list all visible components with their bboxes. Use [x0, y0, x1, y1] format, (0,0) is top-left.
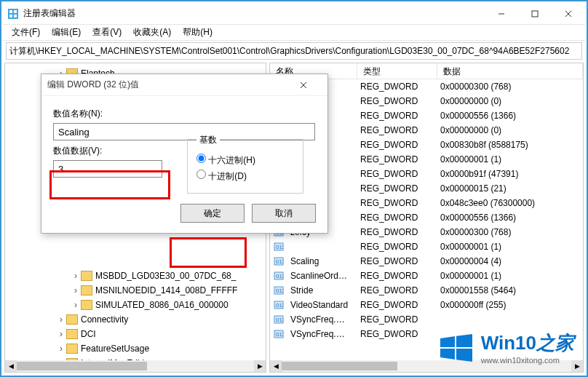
cell-type: REG_DWORD: [354, 96, 434, 106]
tree-item[interactable]: ›SIMULATED_8086_0A16_000000: [56, 298, 266, 312]
watermark: Win10之家 www.win10xitong.com: [439, 330, 574, 365]
table-row[interactable]: 011VSyncFreq.Den...REG_DWORD: [270, 312, 583, 327]
menu-favorites[interactable]: 收藏夹(A): [127, 26, 177, 39]
tree-twisty[interactable]: ›: [56, 314, 66, 325]
folder-icon: [81, 285, 92, 295]
cell-data: 0x00000001 (1): [434, 154, 583, 164]
dialog-close-button[interactable]: [300, 82, 322, 89]
tree-twisty[interactable]: ›: [71, 285, 81, 295]
tree-item[interactable]: ›Connectivity: [56, 312, 266, 327]
cell-data: 0x00000015 (21): [434, 183, 583, 194]
cell-data: 0x000000ff (255): [434, 300, 583, 310]
cell-type: REG_DWORD: [354, 111, 434, 121]
value-name-field[interactable]: [53, 123, 315, 140]
svg-marker-47: [440, 336, 455, 347]
tree-twisty[interactable]: ›: [56, 329, 66, 339]
table-row[interactable]: 011REG_DWORD0x00000001 (1): [270, 239, 583, 254]
folder-icon: [81, 300, 92, 310]
tree-item[interactable]: ›DCI: [56, 327, 266, 341]
svg-text:011: 011: [276, 302, 284, 309]
cell-data: 0x00000001 (1): [434, 271, 583, 281]
cell-data: 0x00000556 (1366): [434, 213, 583, 223]
cell-name: ScanlineOrderi...: [285, 271, 354, 281]
cell-type: REG_DWORD: [354, 227, 434, 237]
menu-edit[interactable]: 编辑(E): [46, 26, 87, 39]
cell-type: REG_DWORD: [354, 329, 434, 339]
cell-type: REG_DWORD: [354, 242, 434, 252]
cell-data: 0x00000004 (4): [434, 256, 583, 266]
col-header-type[interactable]: 类型: [357, 63, 437, 79]
svg-text:011: 011: [276, 273, 284, 279]
cell-type: REG_DWORD: [354, 82, 434, 92]
scroll-track[interactable]: [17, 360, 254, 372]
menubar: 文件(F) 编辑(E) 查看(V) 收藏夹(A) 帮助(H): [3, 25, 585, 41]
value-data-field[interactable]: [53, 160, 162, 178]
minimize-button[interactable]: [485, 3, 518, 25]
app-icon: [7, 8, 19, 20]
scroll-left-button[interactable]: ◀: [5, 360, 17, 372]
tree-twisty[interactable]: ›: [71, 300, 81, 310]
menu-help[interactable]: 帮助(H): [177, 26, 218, 39]
menu-view[interactable]: 查看(V): [87, 26, 127, 39]
cell-data: 0x00000001 (1): [434, 242, 583, 252]
cell-name: VideoStandard: [285, 300, 354, 310]
svg-text:011: 011: [276, 317, 284, 323]
cell-type: REG_DWORD: [354, 140, 434, 150]
cell-type: REG_DWORD: [354, 314, 434, 325]
cell-type: REG_DWORD: [354, 169, 434, 179]
table-row[interactable]: 011VideoStandardREG_DWORD0x000000ff (255…: [270, 298, 583, 312]
ok-button[interactable]: 确定: [180, 204, 245, 223]
watermark-brand: Win10之家: [481, 330, 574, 356]
tree-item[interactable]: ›MSNILNOEDID_1414_008D_FFFFF: [56, 283, 266, 298]
cell-data: 0x00000300 (768): [434, 227, 583, 237]
tree-label: MSBDD_LGD03E30_00_07DC_68_: [95, 271, 236, 281]
col-header-data[interactable]: 数据: [437, 63, 583, 79]
folder-icon: [66, 314, 78, 325]
svg-marker-50: [456, 349, 472, 362]
tree-item[interactable]: ›MSBDD_LGD03E30_00_07DC_68_: [56, 269, 266, 283]
dword-icon: 011: [273, 255, 285, 267]
windows-logo-icon: [439, 333, 474, 363]
scroll-left-button[interactable]: ◀: [270, 360, 282, 372]
dword-icon: 011: [273, 314, 285, 325]
tree-label: Connectivity: [81, 314, 128, 325]
cell-type: REG_DWORD: [354, 271, 434, 281]
table-row[interactable]: 011ScalingREG_DWORD0x00000004 (4): [270, 254, 583, 269]
scroll-right-button[interactable]: ▶: [254, 360, 266, 372]
cell-data: 0x00000000 (0): [434, 125, 583, 135]
watermark-url: www.win10xitong.com: [481, 356, 574, 365]
folder-icon: [81, 271, 92, 281]
value-data-label: 数值数据(V):: [53, 145, 170, 157]
svg-text:011: 011: [276, 287, 284, 294]
svg-rect-2: [14, 10, 17, 13]
edit-dword-dialog: 编辑 DWORD (32 位)值 数值名称(N): 数值数据(V): 基数 十六…: [41, 74, 328, 234]
dword-icon: 011: [273, 328, 285, 340]
tree-item[interactable]: ›FeatureSetUsage: [56, 341, 266, 356]
address-bar[interactable]: 计算机\HKEY_LOCAL_MACHINE\SYSTEM\ControlSet…: [6, 42, 582, 60]
maximize-button[interactable]: [518, 3, 552, 25]
cancel-button[interactable]: 取消: [252, 204, 316, 223]
tree-twisty[interactable]: ›: [71, 271, 81, 281]
menu-file[interactable]: 文件(F): [6, 26, 46, 39]
cell-type: REG_DWORD: [354, 285, 434, 295]
cell-type: REG_DWORD: [354, 213, 434, 223]
radio-dec[interactable]: 十进制(D): [196, 170, 294, 183]
svg-rect-3: [9, 15, 12, 17]
cell-data: 0x00000300 (768): [434, 82, 583, 92]
radio-hex[interactable]: 十六进制(H): [196, 154, 294, 167]
svg-text:011: 011: [276, 331, 284, 338]
cell-data: 0x00830b8f (8588175): [434, 140, 583, 150]
tree-twisty[interactable]: ›: [56, 344, 66, 354]
svg-text:011: 011: [276, 244, 284, 250]
tree-label: SIMULATED_8086_0A16_000000: [95, 300, 229, 310]
folder-icon: [66, 344, 78, 354]
table-row[interactable]: 011StrideREG_DWORD0x00001558 (5464): [270, 283, 583, 298]
svg-rect-4: [14, 15, 17, 17]
cell-data: 0x00000556 (1366): [434, 111, 583, 121]
table-row[interactable]: 011ScanlineOrderi...REG_DWORD0x00000001 …: [270, 269, 583, 283]
window-title: 注册表编辑器: [23, 7, 485, 20]
close-button[interactable]: [552, 3, 585, 25]
cell-data: 0x0000b91f (47391): [434, 169, 583, 179]
tree-label: MSNILNOEDID_1414_008D_FFFFF: [95, 285, 237, 295]
cell-name: VSyncFreq.Den...: [285, 314, 354, 325]
